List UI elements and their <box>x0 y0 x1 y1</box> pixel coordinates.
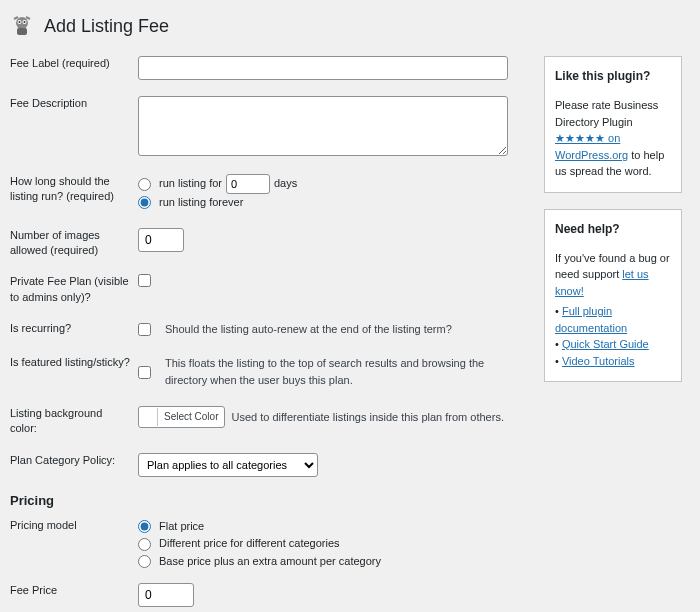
pricing-diff-label: Different price for different categories <box>159 535 340 553</box>
help-link-docs[interactable]: Full plugin documentation <box>555 305 627 334</box>
run-for-label-prefix: run listing for <box>159 175 222 193</box>
private-plan-checkbox[interactable] <box>138 274 151 287</box>
featured-hint: This floats the listing to the top of se… <box>165 355 524 390</box>
need-help-box: Need help? If you've found a bug or need… <box>544 209 682 383</box>
run-forever-radio[interactable] <box>138 196 151 209</box>
category-policy-select[interactable]: Plan applies to all categories <box>138 453 318 477</box>
featured-label: Is featured listing/sticky? <box>10 355 138 370</box>
fee-price-label: Fee Price <box>10 583 138 598</box>
recurring-hint: Should the listing auto-renew at the end… <box>165 321 452 339</box>
fee-price-input[interactable] <box>138 583 194 607</box>
run-for-radio[interactable] <box>138 178 151 191</box>
help-text1: If you've found a bug or need support <box>555 252 670 281</box>
select-color-button[interactable]: Select Color <box>138 406 225 428</box>
svg-rect-5 <box>17 28 27 35</box>
images-allowed-input[interactable] <box>138 228 184 252</box>
recurring-label: Is recurring? <box>10 321 138 336</box>
svg-point-4 <box>24 21 26 23</box>
help-link-videos[interactable]: Video Tutorials <box>562 355 635 367</box>
svg-point-3 <box>19 21 21 23</box>
pricing-flat-radio[interactable] <box>138 520 151 533</box>
pricing-base-extra-radio[interactable] <box>138 555 151 568</box>
pricing-heading: Pricing <box>10 493 524 508</box>
select-color-label: Select Color <box>158 411 224 422</box>
run-length-label: How long should the listing run? (requir… <box>10 174 138 205</box>
like-plugin-box: Like this plugin? Please rate Business D… <box>544 56 682 193</box>
pricing-flat-label: Flat price <box>159 518 204 536</box>
need-help-title: Need help? <box>555 220 671 238</box>
page-title: Add Listing Fee <box>44 16 169 37</box>
featured-checkbox[interactable] <box>138 366 151 379</box>
pricing-base-extra-label: Base price plus an extra amount per cate… <box>159 553 381 571</box>
category-policy-label: Plan Category Policy: <box>10 453 138 468</box>
private-plan-label: Private Fee Plan (visible to admins only… <box>10 274 138 305</box>
fee-label-input[interactable] <box>138 56 508 80</box>
run-for-days-input[interactable] <box>226 174 270 194</box>
pricing-model-label: Pricing model <box>10 518 138 533</box>
plugin-logo-icon <box>10 14 34 38</box>
fee-description-label: Fee Description <box>10 96 138 111</box>
bg-color-hint: Used to differentiate listings inside th… <box>231 411 504 423</box>
run-for-label-suffix: days <box>274 175 297 193</box>
like-text1: Please rate <box>555 99 614 111</box>
help-link-quickstart[interactable]: Quick Start Guide <box>562 338 649 350</box>
page-header: Add Listing Fee <box>10 10 682 42</box>
images-allowed-label: Number of images allowed (required) <box>10 228 138 259</box>
color-preview-icon <box>139 408 158 426</box>
rate-link[interactable]: ★★★★★ on WordPress.org <box>555 132 628 161</box>
pricing-diff-radio[interactable] <box>138 538 151 551</box>
fee-description-textarea[interactable] <box>138 96 508 156</box>
run-forever-label: run listing forever <box>159 194 243 212</box>
bg-color-label: Listing background color: <box>10 406 138 437</box>
like-plugin-title: Like this plugin? <box>555 67 671 85</box>
fee-label-label: Fee Label (required) <box>10 56 138 71</box>
recurring-checkbox[interactable] <box>138 323 151 336</box>
stars-icon: ★★★★★ <box>555 132 605 144</box>
